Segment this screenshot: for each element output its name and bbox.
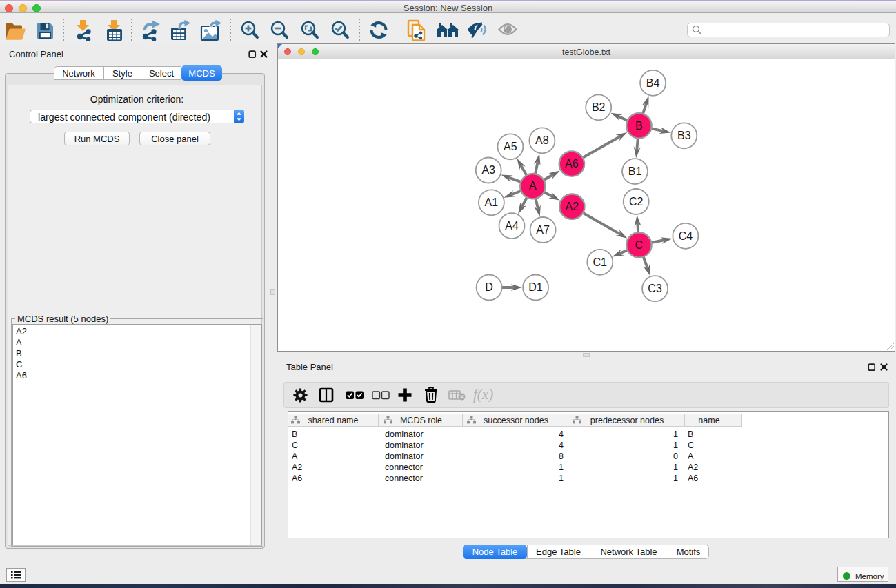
svg-text:C: C [635,239,644,251]
svg-text:C4: C4 [679,230,693,242]
svg-text:C1: C1 [593,256,608,268]
svg-text:A3: A3 [481,164,495,176]
svg-text:B: B [635,120,643,132]
svg-text:A7: A7 [536,224,550,236]
svg-text:B2: B2 [592,101,606,113]
svg-text:C3: C3 [648,283,662,294]
svg-text:A2: A2 [566,201,579,212]
svg-text:A8: A8 [535,134,549,146]
svg-text:D1: D1 [528,281,543,293]
svg-text:A: A [529,180,537,192]
svg-text:B3: B3 [677,130,691,141]
svg-text:A5: A5 [504,141,517,152]
svg-text:A1: A1 [485,196,499,208]
svg-text:B1: B1 [628,165,642,177]
svg-text:B4: B4 [646,77,660,89]
svg-text:A4: A4 [505,220,519,232]
svg-text:C2: C2 [629,196,644,207]
svg-text:D: D [485,281,493,293]
svg-text:A6: A6 [565,158,579,170]
